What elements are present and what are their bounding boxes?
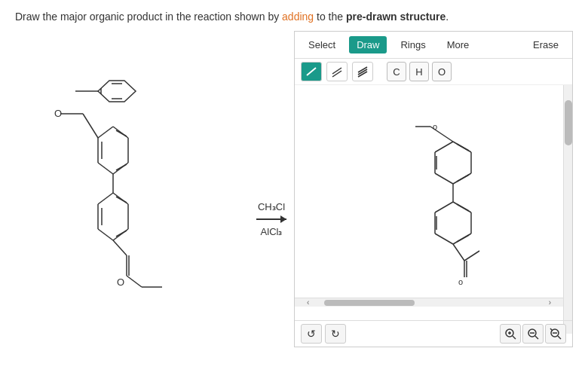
horizontal-scrollbar[interactable]: ‹ › xyxy=(295,298,563,307)
zoom-controls xyxy=(500,324,566,344)
svg-line-26 xyxy=(116,197,127,203)
erase-button[interactable]: Erase xyxy=(525,36,566,53)
bottom-toolbar: ↺ ↻ xyxy=(295,320,572,347)
reaction-arrow xyxy=(256,218,286,220)
svg-line-35 xyxy=(332,71,341,77)
undo-button[interactable]: ↺ xyxy=(301,324,322,344)
svg-line-44 xyxy=(435,173,453,184)
instruction-text: Draw the major organic product in the re… xyxy=(0,0,588,31)
svg-line-56 xyxy=(435,202,453,212)
zoom-fit-button[interactable] xyxy=(522,324,544,344)
bond-toolbar: C H O xyxy=(295,59,572,85)
triple-bond-button[interactable] xyxy=(352,62,373,81)
redo-button[interactable]: ↻ xyxy=(325,324,346,344)
carbon-button[interactable]: C xyxy=(387,62,406,81)
svg-line-60 xyxy=(453,244,464,261)
redo-icon: ↻ xyxy=(331,328,340,340)
svg-line-21 xyxy=(98,229,113,240)
svg-line-14 xyxy=(98,127,113,138)
scroll-right-button[interactable]: › xyxy=(549,298,551,307)
svg-line-28 xyxy=(113,240,127,255)
more-button[interactable]: More xyxy=(439,36,477,53)
svg-line-48 xyxy=(457,175,469,182)
svg-line-71 xyxy=(535,336,538,339)
vertical-scrollbar[interactable] xyxy=(563,85,572,334)
reaction-area: CH₃Cl AlCl₃ xyxy=(256,31,286,347)
svg-line-34 xyxy=(332,68,341,74)
page: Draw the major organic product in the re… xyxy=(0,0,588,391)
svg-line-74 xyxy=(558,336,561,339)
svg-text:o: o xyxy=(458,277,463,286)
hydrogen-button[interactable]: H xyxy=(409,62,429,81)
rings-button[interactable]: Rings xyxy=(393,36,433,53)
content-area: O xyxy=(0,31,588,347)
highlight-adding: adding xyxy=(282,11,314,23)
svg-line-10 xyxy=(98,163,113,174)
select-button[interactable]: Select xyxy=(301,36,343,53)
draw-button[interactable]: Draw xyxy=(349,36,387,53)
svg-line-67 xyxy=(513,336,516,339)
svg-line-17 xyxy=(116,164,127,170)
left-panel: O xyxy=(15,31,249,347)
reagent2-label: AlCl₃ xyxy=(261,226,283,237)
oxygen-button[interactable]: O xyxy=(432,62,452,81)
svg-line-33 xyxy=(307,68,316,75)
svg-line-8 xyxy=(83,114,98,138)
zoom-out-button[interactable] xyxy=(545,324,566,344)
reagent1-label: CH₃Cl xyxy=(258,201,285,212)
svg-line-47 xyxy=(457,144,469,151)
svg-line-54 xyxy=(435,234,453,244)
oxygen-label-1: O xyxy=(54,108,62,119)
single-bond-button[interactable] xyxy=(301,62,322,81)
product-structure-svg: o xyxy=(295,85,572,334)
zoom-in-icon xyxy=(504,328,516,340)
svg-line-27 xyxy=(116,231,127,237)
svg-line-65 xyxy=(430,127,453,142)
drawing-tool-panel: Select Draw Rings More Erase xyxy=(294,31,573,347)
main-toolbar: Select Draw Rings More Erase xyxy=(295,32,572,59)
scroll-left-button[interactable]: ‹ xyxy=(307,298,309,307)
svg-line-31 xyxy=(127,276,142,287)
double-bond-icon xyxy=(330,65,344,78)
undo-icon: ↺ xyxy=(307,328,316,340)
single-bond-icon xyxy=(305,65,318,78)
zoom-in-button[interactable] xyxy=(500,324,521,344)
svg-line-16 xyxy=(116,130,127,136)
svg-line-57 xyxy=(457,204,469,211)
svg-line-64 xyxy=(464,251,479,261)
zoom-fit-icon xyxy=(527,328,539,340)
oxygen-label-2: O xyxy=(117,276,124,288)
triple-bond-icon xyxy=(356,65,369,78)
drawing-canvas[interactable]: o xyxy=(295,85,572,334)
scroll-thumb-horizontal[interactable] xyxy=(324,300,415,306)
svg-line-19 xyxy=(98,193,113,204)
svg-line-58 xyxy=(457,235,469,242)
bold-predrawn: pre-drawn structure xyxy=(346,11,446,23)
svg-line-76 xyxy=(550,328,553,331)
reactant-structure: O xyxy=(15,46,249,332)
svg-line-46 xyxy=(435,142,453,152)
double-bond-button[interactable] xyxy=(326,62,348,81)
zoom-out-icon xyxy=(550,328,562,340)
scroll-thumb-vertical[interactable] xyxy=(565,100,572,145)
